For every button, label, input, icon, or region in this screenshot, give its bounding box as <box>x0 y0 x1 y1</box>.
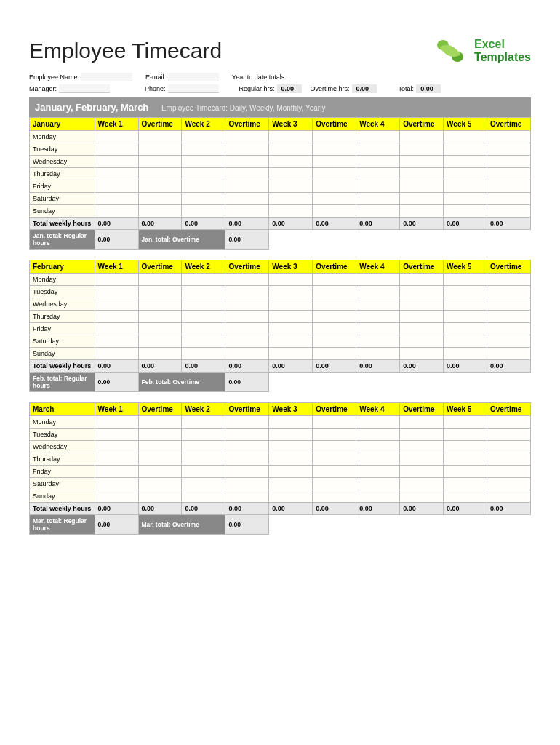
hours-cell[interactable] <box>269 311 313 323</box>
hours-cell[interactable] <box>400 478 444 490</box>
hours-cell[interactable] <box>487 274 531 286</box>
hours-cell[interactable] <box>95 416 138 429</box>
hours-cell[interactable] <box>269 478 313 490</box>
hours-cell[interactable] <box>400 490 444 503</box>
hours-cell[interactable] <box>138 168 182 180</box>
hours-cell[interactable] <box>138 416 182 429</box>
hours-cell[interactable] <box>182 453 225 466</box>
hours-cell[interactable] <box>487 478 531 490</box>
hours-cell[interactable] <box>182 298 225 311</box>
hours-cell[interactable] <box>400 441 444 453</box>
hours-cell[interactable] <box>444 143 487 156</box>
hours-cell[interactable] <box>138 311 182 323</box>
hours-cell[interactable] <box>182 441 225 453</box>
hours-cell[interactable] <box>400 193 444 205</box>
hours-cell[interactable] <box>487 311 531 323</box>
hours-cell[interactable] <box>400 168 444 180</box>
hours-cell[interactable] <box>182 180 225 193</box>
hours-cell[interactable] <box>225 193 269 205</box>
hours-cell[interactable] <box>95 441 138 453</box>
hours-cell[interactable] <box>444 274 487 286</box>
hours-cell[interactable] <box>138 453 182 466</box>
hours-cell[interactable] <box>313 298 356 311</box>
hours-cell[interactable] <box>313 348 356 360</box>
hours-cell[interactable] <box>95 311 138 323</box>
hours-cell[interactable] <box>138 429 182 441</box>
hours-cell[interactable] <box>138 131 182 143</box>
hours-cell[interactable] <box>95 348 138 360</box>
hours-cell[interactable] <box>444 478 487 490</box>
hours-cell[interactable] <box>313 168 356 180</box>
hours-cell[interactable] <box>356 490 400 503</box>
hours-cell[interactable] <box>95 466 138 478</box>
hours-cell[interactable] <box>313 180 356 193</box>
hours-cell[interactable] <box>138 323 182 335</box>
hours-cell[interactable] <box>400 156 444 168</box>
hours-cell[interactable] <box>182 168 225 180</box>
hours-cell[interactable] <box>138 466 182 478</box>
hours-cell[interactable] <box>400 180 444 193</box>
hours-cell[interactable] <box>95 193 138 205</box>
hours-cell[interactable] <box>356 131 400 143</box>
hours-cell[interactable] <box>356 323 400 335</box>
hours-cell[interactable] <box>138 490 182 503</box>
hours-cell[interactable] <box>313 416 356 429</box>
hours-cell[interactable] <box>138 180 182 193</box>
hours-cell[interactable] <box>269 205 313 218</box>
hours-cell[interactable] <box>182 323 225 335</box>
hours-cell[interactable] <box>95 131 138 143</box>
hours-cell[interactable] <box>356 156 400 168</box>
hours-cell[interactable] <box>313 335 356 348</box>
hours-cell[interactable] <box>182 205 225 218</box>
hours-cell[interactable] <box>356 298 400 311</box>
hours-cell[interactable] <box>400 466 444 478</box>
hours-cell[interactable] <box>95 490 138 503</box>
hours-cell[interactable] <box>269 335 313 348</box>
hours-cell[interactable] <box>313 323 356 335</box>
hours-cell[interactable] <box>225 311 269 323</box>
hours-cell[interactable] <box>487 348 531 360</box>
hours-cell[interactable] <box>487 335 531 348</box>
hours-cell[interactable] <box>313 143 356 156</box>
hours-cell[interactable] <box>269 441 313 453</box>
hours-cell[interactable] <box>313 453 356 466</box>
hours-cell[interactable] <box>269 323 313 335</box>
hours-cell[interactable] <box>444 429 487 441</box>
hours-cell[interactable] <box>400 131 444 143</box>
hours-cell[interactable] <box>269 286 313 298</box>
hours-cell[interactable] <box>487 180 531 193</box>
hours-cell[interactable] <box>400 311 444 323</box>
hours-cell[interactable] <box>444 180 487 193</box>
hours-cell[interactable] <box>356 193 400 205</box>
hours-cell[interactable] <box>269 180 313 193</box>
hours-cell[interactable] <box>95 323 138 335</box>
hours-cell[interactable] <box>444 441 487 453</box>
hours-cell[interactable] <box>487 143 531 156</box>
hours-cell[interactable] <box>269 168 313 180</box>
hours-cell[interactable] <box>225 429 269 441</box>
hours-cell[interactable] <box>225 441 269 453</box>
phone-field[interactable] <box>168 84 219 93</box>
hours-cell[interactable] <box>356 168 400 180</box>
hours-cell[interactable] <box>444 416 487 429</box>
hours-cell[interactable] <box>95 453 138 466</box>
hours-cell[interactable] <box>269 490 313 503</box>
hours-cell[interactable] <box>444 466 487 478</box>
hours-cell[interactable] <box>313 286 356 298</box>
hours-cell[interactable] <box>95 298 138 311</box>
hours-cell[interactable] <box>225 274 269 286</box>
hours-cell[interactable] <box>313 478 356 490</box>
hours-cell[interactable] <box>182 143 225 156</box>
hours-cell[interactable] <box>313 205 356 218</box>
hours-cell[interactable] <box>138 348 182 360</box>
hours-cell[interactable] <box>400 274 444 286</box>
hours-cell[interactable] <box>225 466 269 478</box>
hours-cell[interactable] <box>444 205 487 218</box>
hours-cell[interactable] <box>313 274 356 286</box>
hours-cell[interactable] <box>356 205 400 218</box>
hours-cell[interactable] <box>182 429 225 441</box>
hours-cell[interactable] <box>182 348 225 360</box>
hours-cell[interactable] <box>225 298 269 311</box>
hours-cell[interactable] <box>356 286 400 298</box>
hours-cell[interactable] <box>182 131 225 143</box>
